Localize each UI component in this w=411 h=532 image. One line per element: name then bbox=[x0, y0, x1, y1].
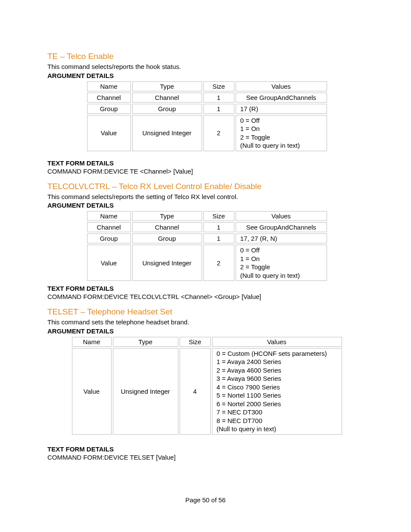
col-values: Values bbox=[236, 211, 327, 221]
cell-values: 0 = Off 1 = On 2 = Toggle (Null to query… bbox=[236, 245, 327, 281]
cell-type: Channel bbox=[132, 93, 202, 103]
argument-details-label: ARGUMENT DETAILS bbox=[47, 202, 366, 209]
cell-type: Group bbox=[132, 104, 202, 114]
argument-details-label: ARGUMENT DETAILS bbox=[47, 327, 366, 335]
table-row: Value Unsigned Integer 2 0 = Off 1 = On … bbox=[87, 115, 327, 151]
cell-type: Unsigned Integer bbox=[132, 115, 202, 151]
value-line: 2 = Toggle bbox=[240, 263, 322, 271]
section-desc-te: This command selects/reports the hook st… bbox=[47, 63, 366, 71]
text-form-details-label: TEXT FORM DETAILS bbox=[47, 159, 366, 167]
value-line: 0 = Off bbox=[240, 116, 322, 125]
table-row: Value Unsigned Integer 2 0 = Off 1 = On … bbox=[87, 245, 327, 281]
table-row: Group Group 1 17, 27 (R, N) bbox=[87, 233, 327, 243]
value-line: 5 = Nortel 1100 Series bbox=[217, 391, 337, 400]
cell-values: 0 = Off 1 = On 2 = Toggle (Null to query… bbox=[236, 115, 327, 151]
value-line: 7 = NEC DT300 bbox=[217, 408, 337, 417]
cell-values: 0 = Custom (HCONF sets parameters) 1 = A… bbox=[212, 348, 342, 435]
cell-size: 2 bbox=[203, 245, 234, 281]
arg-table-te: Name Type Size Values Channel Channel 1 … bbox=[86, 80, 328, 152]
value-line: 8 = NEC DT700 bbox=[217, 417, 337, 425]
cell-values: See GroupAndChannels bbox=[236, 93, 327, 103]
col-values: Values bbox=[212, 337, 342, 347]
cell-name: Group bbox=[87, 104, 131, 114]
cell-values: 17 (R) bbox=[236, 104, 327, 114]
section-title-telcolvlctrl: TELCOLVLCTRL – Telco RX Level Control En… bbox=[47, 182, 366, 191]
text-form-details-label: TEXT FORM DETAILS bbox=[47, 285, 366, 292]
arg-table-telcolvlctrl: Name Type Size Values Channel Channel 1 … bbox=[86, 210, 328, 282]
table-header-row: Name Type Size Values bbox=[87, 211, 327, 221]
value-line: 2 = Toggle bbox=[240, 133, 322, 142]
table-row: Value Unsigned Integer 4 0 = Custom (HCO… bbox=[72, 348, 342, 435]
value-line: 1 = On bbox=[240, 124, 322, 133]
col-name: Name bbox=[87, 211, 131, 221]
value-line: (Null to query in text) bbox=[217, 425, 337, 433]
table-header-row: Name Type Size Values bbox=[87, 81, 327, 91]
text-form-te: COMMAND FORM:DEVICE TE <Channel> [Value] bbox=[47, 168, 366, 176]
table-row: Channel Channel 1 See GroupAndChannels bbox=[87, 93, 327, 103]
value-line: 4 = Cisco 7900 Series bbox=[217, 383, 337, 392]
cell-type: Channel bbox=[132, 222, 202, 232]
col-size: Size bbox=[203, 211, 234, 221]
cell-size: 4 bbox=[180, 348, 211, 435]
argument-details-label: ARGUMENT DETAILS bbox=[47, 72, 366, 79]
text-form-details-label: TEXT FORM DETAILS bbox=[47, 445, 366, 453]
col-type: Type bbox=[113, 337, 178, 347]
value-line: (Null to query in text) bbox=[240, 141, 322, 150]
col-name: Name bbox=[87, 81, 131, 91]
page-content: TE – Telco Enable This command selects/r… bbox=[47, 52, 366, 462]
cell-size: 1 bbox=[203, 104, 234, 114]
col-size: Size bbox=[180, 337, 211, 347]
cell-name: Channel bbox=[87, 222, 131, 232]
col-size: Size bbox=[203, 81, 234, 91]
page-footer: Page 50 of 56 bbox=[0, 496, 411, 504]
section-desc-telcolvlctrl: This command selects/reports the setting… bbox=[47, 193, 366, 201]
section-desc-telset: This command sets the telephone headset … bbox=[47, 318, 366, 327]
cell-name: Group bbox=[87, 233, 131, 243]
value-line: 2 = Avaya 4600 Series bbox=[217, 366, 337, 375]
value-line: 0 = Off bbox=[240, 246, 322, 255]
cell-type: Group bbox=[132, 233, 202, 243]
section-title-telset: TELSET – Telephone Headset Set bbox=[47, 307, 366, 317]
cell-values: 17, 27 (R, N) bbox=[236, 233, 327, 243]
cell-type: Unsigned Integer bbox=[113, 348, 178, 435]
cell-name: Value bbox=[72, 348, 112, 435]
cell-name: Channel bbox=[87, 93, 131, 103]
cell-type: Unsigned Integer bbox=[132, 245, 202, 281]
arg-table-telset: Name Type Size Values Value Unsigned Int… bbox=[71, 336, 343, 436]
cell-values: See GroupAndChannels bbox=[236, 222, 327, 232]
value-line: 3 = Avaya 9600 Series bbox=[217, 374, 337, 383]
col-type: Type bbox=[132, 81, 202, 91]
col-type: Type bbox=[132, 211, 202, 221]
col-values: Values bbox=[236, 81, 327, 91]
table-row: Channel Channel 1 See GroupAndChannels bbox=[87, 222, 327, 232]
text-form-telcolvlctrl: COMMAND FORM:DEVICE TELCOLVLCTRL <Channe… bbox=[47, 293, 366, 301]
cell-size: 1 bbox=[203, 222, 234, 232]
value-line: 1 = Avaya 2400 Series bbox=[217, 358, 337, 366]
col-name: Name bbox=[72, 337, 112, 347]
value-line: 0 = Custom (HCONF sets parameters) bbox=[217, 349, 337, 358]
table-row: Group Group 1 17 (R) bbox=[87, 104, 327, 114]
value-line: (Null to query in text) bbox=[240, 271, 322, 280]
cell-size: 1 bbox=[203, 233, 234, 243]
value-line: 1 = On bbox=[240, 255, 322, 263]
value-line: 6 = Nortel 2000 Series bbox=[217, 400, 337, 408]
table-header-row: Name Type Size Values bbox=[72, 337, 342, 347]
cell-name: Value bbox=[87, 245, 131, 281]
cell-name: Value bbox=[87, 115, 131, 151]
cell-size: 1 bbox=[203, 93, 234, 103]
text-form-telset: COMMAND FORM:DEVICE TELSET [Value] bbox=[47, 454, 366, 462]
cell-size: 2 bbox=[203, 115, 234, 151]
section-title-te: TE – Telco Enable bbox=[47, 52, 366, 61]
